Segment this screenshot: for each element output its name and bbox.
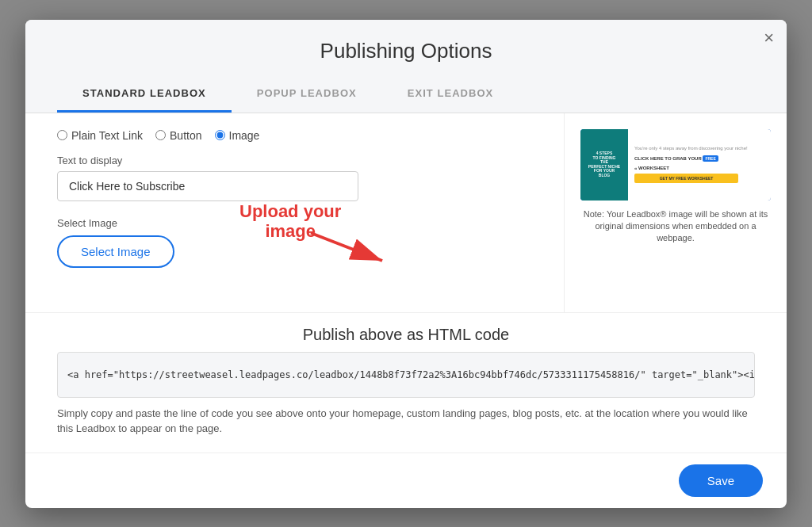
text-to-display-label: Text to display xyxy=(57,155,540,166)
select-image-button[interactable]: Select Image xyxy=(57,235,174,268)
radio-image[interactable]: Image xyxy=(215,129,260,142)
modal: × Publishing Options STANDARD LEADBOX PO… xyxy=(25,20,787,508)
preview-worksheet-text: « WORKSHEET xyxy=(634,166,764,170)
upload-annotation-line1: Upload your xyxy=(239,201,341,221)
preview-headline: CLICK HERE TO GRAB YOUR FREE xyxy=(634,155,764,162)
radio-button[interactable]: Button xyxy=(155,129,201,142)
text-to-display-input[interactable] xyxy=(57,171,358,201)
save-button[interactable]: Save xyxy=(679,464,763,497)
preview-image-inner: 4 STEPSTO FINDINGTHEPERFECT NICHEFOR YOU… xyxy=(580,129,771,200)
upload-arrow-icon xyxy=(303,225,398,273)
svg-line-1 xyxy=(311,233,382,261)
modal-body: Plain Text Link Button Image Text to dis… xyxy=(25,113,787,312)
preview-subtext: You're only 4 steps away from discoverin… xyxy=(634,146,764,151)
radio-group: Plain Text Link Button Image xyxy=(57,129,540,142)
radio-plain-label: Plain Text Link xyxy=(71,129,143,142)
tab-exit-leadbox[interactable]: EXIT LEADBOX xyxy=(382,76,519,113)
preview-note: Note: Your Leadbox® image will be shown … xyxy=(580,208,771,245)
preview-left: 4 STEPSTO FINDINGTHEPERFECT NICHEFOR YOU… xyxy=(580,129,628,200)
radio-image-label: Image xyxy=(229,129,260,142)
radio-image-input[interactable] xyxy=(215,130,225,140)
modal-title: Publishing Options xyxy=(25,20,787,76)
tab-standard-leadbox[interactable]: STANDARD LEADBOX xyxy=(57,76,232,113)
modal-overlay: × Publishing Options STANDARD LEADBOX PO… xyxy=(0,0,812,527)
close-button[interactable]: × xyxy=(764,29,774,47)
preview-cta-btn: GET MY FREE WORKSHEET xyxy=(634,174,738,183)
preview-right: You're only 4 steps away from discoverin… xyxy=(628,129,771,200)
left-panel: Plain Text Link Button Image Text to dis… xyxy=(25,113,565,312)
html-code-box: <a href="https://streetweasel.leadpages.… xyxy=(57,352,755,398)
html-section: Publish above as HTML code <a href="http… xyxy=(25,312,787,453)
tab-popup-leadbox[interactable]: POPUP LEADBOX xyxy=(232,76,382,113)
preview-free-badge: FREE xyxy=(703,155,718,162)
html-section-title: Publish above as HTML code xyxy=(57,326,755,344)
right-panel: 4 STEPSTO FINDINGTHEPERFECT NICHEFOR YOU… xyxy=(565,113,787,312)
html-description: Simply copy and paste the line of code y… xyxy=(57,406,755,437)
radio-button-label: Button xyxy=(170,129,201,142)
preview-image: 4 STEPSTO FINDINGTHEPERFECT NICHEFOR YOU… xyxy=(580,129,771,200)
radio-plain-input[interactable] xyxy=(57,130,67,140)
radio-button-input[interactable] xyxy=(155,130,166,140)
preview-steps-text: 4 STEPSTO FINDINGTHEPERFECT NICHEFOR YOU… xyxy=(588,151,620,178)
footer: Save xyxy=(25,453,787,508)
tabs-bar: STANDARD LEADBOX POPUP LEADBOX EXIT LEAD… xyxy=(25,76,787,113)
radio-plain-text-link[interactable]: Plain Text Link xyxy=(57,129,143,142)
select-image-section: Select Image Select Image Upload your im… xyxy=(57,217,540,296)
